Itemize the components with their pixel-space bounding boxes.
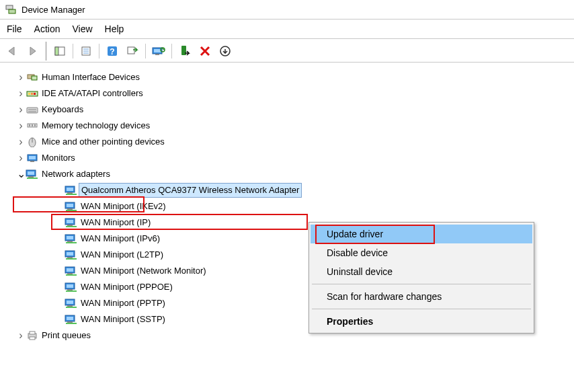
- scan-hardware-button[interactable]: [123, 42, 142, 60]
- svg-rect-36: [28, 171, 34, 175]
- svg-rect-20: [28, 93, 30, 95]
- net-icon: [26, 168, 39, 180]
- chevron-right-icon[interactable]: ›: [16, 85, 26, 102]
- svg-rect-65: [67, 289, 73, 290]
- svg-rect-58: [66, 258, 77, 260]
- chevron-right-icon[interactable]: ›: [16, 69, 26, 86]
- tree-item-label[interactable]: Qualcomm Atheros QCA9377 Wireless Networ…: [79, 183, 302, 198]
- menu-properties[interactable]: Properties: [311, 312, 532, 331]
- svg-rect-68: [67, 301, 73, 304]
- tree-item[interactable]: ›Memory technology devices: [0, 118, 574, 134]
- tree-item-label[interactable]: Memory technology devices: [42, 119, 150, 132]
- net-icon: [65, 265, 78, 277]
- tree-item-label[interactable]: Keyboards: [42, 103, 83, 116]
- tree-item-label[interactable]: WAN Miniport (L2TP): [81, 248, 163, 262]
- chevron-right-icon[interactable]: ›: [16, 134, 26, 151]
- svg-rect-1: [9, 9, 15, 13]
- monitor-icon: [26, 152, 39, 164]
- tree-item-label[interactable]: Human Interface Devices: [42, 71, 140, 84]
- svg-rect-3: [55, 47, 58, 55]
- svg-rect-48: [67, 220, 73, 223]
- svg-rect-52: [67, 236, 73, 239]
- svg-rect-53: [67, 241, 73, 242]
- tree-item-label[interactable]: Print queues: [42, 329, 91, 342]
- tree-item[interactable]: ›Mice and other pointing devices: [0, 134, 574, 150]
- menu-action[interactable]: Action: [34, 24, 60, 34]
- svg-text:?: ?: [110, 47, 114, 56]
- svg-rect-29: [34, 124, 36, 126]
- back-button[interactable]: [3, 42, 22, 60]
- chevron-right-icon[interactable]: ›: [16, 150, 26, 167]
- menu-separator: [312, 309, 531, 309]
- chevron-right-icon[interactable]: ›: [16, 118, 26, 134]
- menu-update-driver[interactable]: Update driver: [311, 225, 532, 243]
- tree-item[interactable]: ›Human Interface Devices: [0, 69, 574, 85]
- svg-rect-40: [67, 188, 73, 191]
- menu-view[interactable]: View: [72, 24, 92, 34]
- tree-item-label[interactable]: WAN Miniport (PPTP): [81, 297, 165, 310]
- svg-rect-38: [27, 178, 38, 179]
- menu-help[interactable]: Help: [105, 24, 124, 34]
- tree-item-label[interactable]: Monitors: [42, 151, 75, 165]
- hid-icon: [26, 71, 39, 83]
- update-driver-button[interactable]: [149, 42, 168, 60]
- chevron-down-icon[interactable]: ⌄: [16, 166, 26, 183]
- menu-separator: [312, 284, 531, 284]
- tree-item-label[interactable]: WAN Miniport (Network Monitor): [81, 264, 206, 278]
- svg-rect-34: [30, 161, 34, 162]
- forward-button[interactable]: [23, 42, 42, 60]
- svg-rect-41: [67, 192, 73, 194]
- tree-item-label[interactable]: WAN Miniport (IKEv2): [81, 200, 166, 213]
- help-button[interactable]: ?: [103, 42, 122, 60]
- svg-rect-12: [154, 49, 161, 52]
- tree-item[interactable]: ›Qualcomm Atheros QCA9377 Wireless Netwo…: [0, 182, 574, 198]
- svg-rect-27: [29, 124, 30, 126]
- svg-rect-33: [29, 156, 36, 159]
- menu-uninstall-device[interactable]: Uninstall device: [311, 262, 532, 281]
- svg-rect-64: [67, 284, 73, 288]
- svg-rect-77: [30, 337, 35, 340]
- tree-item[interactable]: ›Keyboards: [0, 102, 574, 118]
- chevron-right-icon[interactable]: ›: [16, 327, 26, 344]
- properties-button[interactable]: [77, 42, 95, 60]
- svg-rect-18: [32, 76, 37, 80]
- app-icon: [5, 4, 16, 15]
- svg-rect-76: [30, 331, 35, 334]
- svg-rect-61: [67, 273, 73, 274]
- keyboard-icon: [26, 104, 39, 116]
- tree-item-label[interactable]: WAN Miniport (PPPOE): [81, 280, 173, 294]
- tree-item[interactable]: ›IDE ATA/ATAPI controllers: [0, 85, 574, 102]
- title-bar: Device Manager: [0, 0, 574, 19]
- tree-item[interactable]: ⌄Network adapters: [0, 166, 574, 182]
- svg-rect-44: [67, 204, 73, 207]
- chevron-right-icon[interactable]: ›: [16, 102, 26, 118]
- svg-rect-60: [67, 268, 73, 272]
- tree-item-label[interactable]: Mice and other pointing devices: [42, 135, 165, 149]
- ide-icon: [26, 87, 39, 100]
- tree-item[interactable]: ›Monitors: [0, 150, 574, 166]
- svg-rect-45: [67, 208, 73, 210]
- tree-item-label[interactable]: IDE ATA/ATAPI controllers: [42, 87, 143, 100]
- show-hide-console-tree-button[interactable]: [50, 42, 69, 60]
- tree-item-label[interactable]: Network adapters: [42, 167, 110, 181]
- tree-item-label[interactable]: WAN Miniport (IPv6): [81, 232, 160, 245]
- net-icon: [65, 249, 78, 261]
- menu-disable-device[interactable]: Disable device: [311, 243, 532, 262]
- menu-bar: File Action View Help: [0, 20, 574, 38]
- tree-item-label[interactable]: WAN Miniport (SSTP): [81, 313, 165, 326]
- net-icon: [65, 217, 78, 229]
- enable-device-button[interactable]: [175, 42, 194, 60]
- disable-device-button[interactable]: [216, 42, 235, 60]
- svg-rect-23: [27, 108, 38, 113]
- tree-item-label[interactable]: WAN Miniport (IP): [81, 216, 151, 229]
- menu-scan-hardware[interactable]: Scan for hardware changes: [311, 287, 532, 306]
- uninstall-device-button[interactable]: [196, 42, 214, 60]
- svg-rect-22: [34, 93, 36, 95]
- window-title: Device Manager: [22, 5, 85, 15]
- net-icon: [65, 233, 78, 245]
- svg-rect-69: [67, 305, 73, 307]
- toolbar: ?: [0, 40, 574, 63]
- svg-rect-50: [66, 226, 77, 227]
- menu-file[interactable]: File: [7, 24, 22, 34]
- tree-item[interactable]: ›WAN Miniport (IKEv2): [0, 198, 574, 214]
